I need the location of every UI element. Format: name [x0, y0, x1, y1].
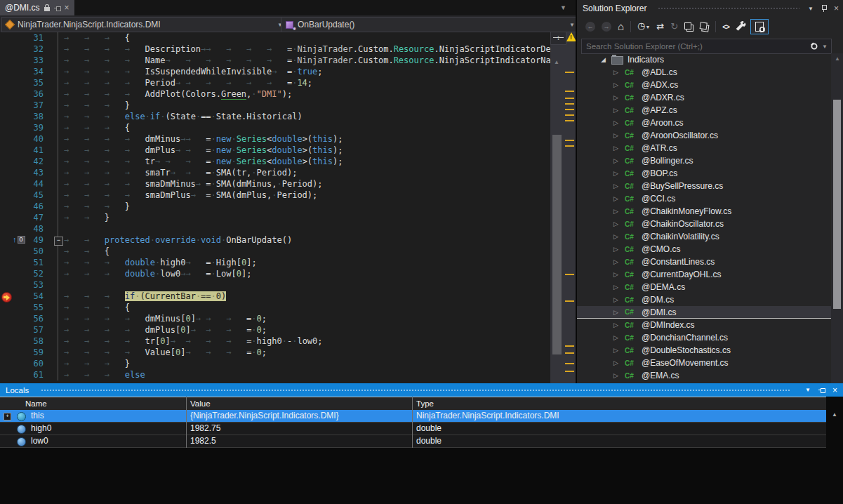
code-line-50[interactable]: 50→ → { [0, 246, 550, 257]
code-line-53[interactable]: 53 [0, 279, 550, 291]
tree-item-doublestochasticscs[interactable]: ▷C#@DoubleStochastics.cs [577, 344, 831, 357]
tree-item-currentdayohlcs[interactable]: ▷C#@CurrentDayOHL.cs [577, 268, 831, 281]
preview-selected-item-button[interactable] [750, 19, 769, 34]
code-line-49[interactable]: 49→ → protected·override·void·OnBarUpdat… [0, 234, 550, 246]
code-line-40[interactable]: 40→ → → → dmMinus→→ =·new·Series<double>… [0, 133, 550, 145]
search-input[interactable] [582, 42, 811, 51]
chevron-down-icon[interactable]: ▼ [822, 44, 828, 50]
collapsed-arrow-icon[interactable]: ▷ [613, 220, 618, 227]
tree-item-donchianchannelcs[interactable]: ▷C#@DonchianChannel.cs [577, 331, 831, 344]
expanded-arrow-icon[interactable]: ◢ [601, 56, 606, 63]
column-header-name[interactable]: Name [25, 399, 47, 408]
code-line-51[interactable]: 51→ → → double·high0→ =·High[0]; [0, 257, 550, 268]
tree-item-chaikinmoneyflowcs[interactable]: ▷C#@ChaikinMoneyFlow.cs [577, 205, 831, 218]
pin-icon[interactable] [821, 5, 827, 12]
collapsed-arrow-icon[interactable]: ▷ [613, 107, 618, 114]
breakpoint-current-statement-icon[interactable] [1, 292, 12, 303]
tree-item-ccics[interactable]: ▷C#@CCI.cs [577, 192, 831, 205]
code-line-61[interactable]: 61→ → → else [0, 369, 550, 380]
tree-item-aroonoscillatorcs[interactable]: ▷C#@AroonOscillator.cs [577, 129, 831, 142]
code-line-58[interactable]: 58→ → → → tr[0]→ → → → =·high0·-·low0; [0, 336, 550, 347]
collapsed-arrow-icon[interactable]: ▷ [613, 157, 618, 164]
column-separator[interactable] [412, 397, 413, 448]
tree-item-easeofmovementcs[interactable]: ▷C#@EaseOfMovement.cs [577, 357, 831, 369]
code-line-43[interactable]: 43→ → → → smaTr→ → =·SMA(tr,·Period); [0, 167, 550, 178]
tree-item-indicators-folder[interactable]: ◢Indicators [577, 53, 831, 66]
collapsed-arrow-icon[interactable]: ▷ [613, 246, 618, 253]
show-all-files-icon[interactable] [699, 22, 710, 32]
tree-item-buysellpressurecs[interactable]: ▷C#@BuySellPressure.cs [577, 180, 831, 192]
locals-titlebar[interactable]: Locals ▼ × [0, 383, 843, 397]
collapsed-arrow-icon[interactable]: ▷ [613, 334, 618, 341]
window-position-icon[interactable]: ▼ [805, 387, 811, 393]
collapsed-arrow-icon[interactable]: ▷ [613, 271, 618, 278]
tree-item-cmocs[interactable]: ▷C#@CMO.cs [577, 243, 831, 256]
locals-row-high0[interactable]: high01982.75double [0, 423, 826, 435]
collapsed-arrow-icon[interactable]: ▷ [613, 94, 618, 101]
close-icon[interactable]: × [832, 386, 837, 394]
code-line-52[interactable]: 52→ → → double·low0→→ =·Low[0]; [0, 268, 550, 279]
tree-item-bopcs[interactable]: ▷C#@BOP.cs [577, 167, 831, 180]
code-line-34[interactable]: 34→ → → → IsSuspendedWhileInvisible→ =·t… [0, 66, 550, 77]
pin-icon[interactable] [818, 387, 825, 393]
column-separator[interactable] [186, 397, 187, 448]
tree-item-chaikinvolatilitycs[interactable]: ▷C#@ChaikinVolatility.cs [577, 230, 831, 243]
close-icon[interactable]: × [65, 4, 69, 12]
properties-wrench-icon[interactable] [736, 23, 744, 31]
scroll-up-icon[interactable]: ▲ [554, 59, 559, 65]
tree-item-dmcs[interactable]: ▷C#@DM.cs [577, 293, 831, 306]
type-dropdown[interactable]: NinjaTrader.NinjaScript.Indicators.DMI ▼ [1, 17, 288, 32]
editor-scrollbar-thumb[interactable] [552, 135, 562, 354]
scroll-up-icon[interactable]: ▲ [835, 55, 840, 62]
scroll-up-icon[interactable]: ▲ [832, 411, 837, 418]
locals-row-low0[interactable]: low01982.5double [0, 435, 826, 448]
tree-item-chaikinoscillatorcs[interactable]: ▷C#@ChaikinOscillator.cs [577, 218, 831, 230]
forward-button[interactable]: → [602, 22, 611, 32]
code-line-44[interactable]: 44→ → → → smaDmMinus→ =·SMA(dmMinus,·Per… [0, 178, 550, 190]
collapsed-arrow-icon[interactable]: ▷ [613, 145, 618, 152]
collapsed-arrow-icon[interactable]: ▷ [613, 208, 618, 215]
code-line-41[interactable]: 41→ → → → dmPlus→ → =·new·Series<double>… [0, 145, 550, 156]
locals-row-this[interactable]: +this{NinjaTrader.NinjaScript.Indicators… [0, 410, 826, 423]
collapsed-arrow-icon[interactable]: ▷ [613, 347, 618, 354]
solution-explorer-titlebar[interactable]: Solution Explorer ▼ × [577, 0, 843, 17]
view-code-icon[interactable]: <> [722, 23, 729, 31]
code-line-37[interactable]: 37→ → → } [0, 100, 550, 111]
collapsed-arrow-icon[interactable]: ▷ [613, 195, 618, 202]
tree-item-constantlinescs[interactable]: ▷C#@ConstantLines.cs [577, 256, 831, 268]
collapsed-arrow-icon[interactable]: ▷ [613, 258, 618, 265]
code-line-56[interactable]: 56→ → → → dmMinus[0]→ → → =·0; [0, 313, 550, 324]
code-line-46[interactable]: 46→ → → } [0, 201, 550, 212]
collapsed-arrow-icon[interactable]: ▷ [613, 81, 618, 88]
code-line-54[interactable]: 54→ → → if·(CurrentBar·==·0) [0, 291, 550, 302]
collapsed-arrow-icon[interactable]: ▷ [613, 183, 618, 190]
search-box[interactable]: ▼ [581, 39, 832, 54]
code-line-31[interactable]: 31→ → → { [0, 32, 550, 44]
collapsed-arrow-icon[interactable]: ▷ [613, 309, 618, 316]
reference-badge[interactable]: ↑ 0 [13, 235, 25, 244]
collapsed-arrow-icon[interactable]: ▷ [613, 296, 618, 303]
pin-icon[interactable] [54, 5, 60, 11]
tree-item-atrcs[interactable]: ▷C#@ATR.cs [577, 142, 831, 154]
code-line-55[interactable]: 55→ → → { [0, 302, 550, 313]
collapsed-arrow-icon[interactable]: ▷ [613, 233, 618, 240]
collapsed-arrow-icon[interactable]: ▷ [613, 69, 618, 76]
collapse-region-icon[interactable]: − [54, 237, 63, 246]
collapsed-arrow-icon[interactable]: ▷ [613, 170, 618, 177]
member-dropdown[interactable]: OnBarUpdate() ▼ [281, 17, 580, 32]
column-header-value[interactable]: Value [190, 399, 211, 408]
split-editor-button[interactable]: ↕ [550, 32, 566, 45]
tree-item-adxrcs[interactable]: ▷C#@ADXR.cs [577, 91, 831, 104]
code-line-33[interactable]: 33→ → → → Name→ → → → → → =·NinjaTrader.… [0, 55, 550, 66]
tree-item-emacs[interactable]: ▷C#@EMA.cs [577, 369, 831, 382]
pending-changes-filter-icon[interactable]: ◷▼ [637, 21, 650, 32]
close-icon[interactable]: × [834, 4, 839, 13]
tree-scrollbar-thumb[interactable] [833, 100, 841, 309]
tree-item-adxcs[interactable]: ▷C#@ADX.cs [577, 79, 831, 91]
code-line-59[interactable]: 59→ → → → Value[0]→ → → =·0; [0, 347, 550, 358]
expand-icon[interactable]: + [4, 413, 11, 420]
collapsed-arrow-icon[interactable]: ▷ [613, 132, 618, 139]
active-files-dropdown-icon[interactable]: ▼ [560, 4, 566, 11]
tree-scrollbar[interactable]: ▲ [831, 53, 843, 383]
code-line-47[interactable]: 47→ → } [0, 212, 550, 223]
